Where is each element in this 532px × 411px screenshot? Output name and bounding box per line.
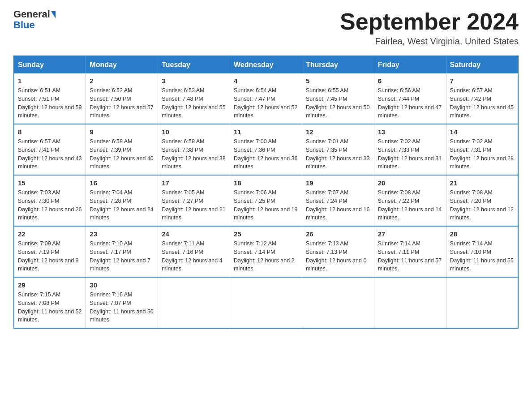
day-number: 9 xyxy=(90,128,154,136)
day-number: 20 xyxy=(378,179,442,187)
day-info: Sunrise: 7:01 AMSunset: 7:35 PMDaylight:… xyxy=(306,137,370,171)
col-header-tuesday: Tuesday xyxy=(158,56,230,73)
col-header-friday: Friday xyxy=(374,56,446,73)
calendar-cell: 22Sunrise: 7:09 AMSunset: 7:19 PMDayligh… xyxy=(14,226,86,277)
calendar-cell: 29Sunrise: 7:15 AMSunset: 7:08 PMDayligh… xyxy=(14,277,86,328)
calendar-cell xyxy=(302,277,374,328)
day-number: 10 xyxy=(162,128,226,136)
day-info: Sunrise: 6:53 AMSunset: 7:48 PMDaylight:… xyxy=(162,86,226,120)
day-number: 11 xyxy=(234,128,298,136)
calendar-cell: 18Sunrise: 7:06 AMSunset: 7:25 PMDayligh… xyxy=(230,175,302,226)
day-number: 1 xyxy=(18,77,82,85)
location-subtitle: Fairlea, West Virginia, United States xyxy=(340,36,519,47)
calendar-cell: 20Sunrise: 7:08 AMSunset: 7:22 PMDayligh… xyxy=(374,175,446,226)
calendar-cell: 2Sunrise: 6:52 AMSunset: 7:50 PMDaylight… xyxy=(86,73,158,124)
day-number: 3 xyxy=(162,77,226,85)
calendar-table: SundayMondayTuesdayWednesdayThursdayFrid… xyxy=(13,56,519,329)
calendar-cell: 13Sunrise: 7:02 AMSunset: 7:33 PMDayligh… xyxy=(374,124,446,175)
day-info: Sunrise: 7:00 AMSunset: 7:36 PMDaylight:… xyxy=(234,137,298,171)
day-info: Sunrise: 6:57 AMSunset: 7:41 PMDaylight:… xyxy=(18,137,82,171)
calendar-week-row: 1Sunrise: 6:51 AMSunset: 7:51 PMDaylight… xyxy=(14,73,518,124)
calendar-cell: 23Sunrise: 7:10 AMSunset: 7:17 PMDayligh… xyxy=(86,226,158,277)
day-info: Sunrise: 6:52 AMSunset: 7:50 PMDaylight:… xyxy=(90,86,154,120)
calendar-cell: 16Sunrise: 7:04 AMSunset: 7:28 PMDayligh… xyxy=(86,175,158,226)
calendar-cell: 24Sunrise: 7:11 AMSunset: 7:16 PMDayligh… xyxy=(158,226,230,277)
calendar-week-row: 22Sunrise: 7:09 AMSunset: 7:19 PMDayligh… xyxy=(14,226,518,277)
month-title: September 2024 xyxy=(340,9,519,34)
calendar-week-row: 29Sunrise: 7:15 AMSunset: 7:08 PMDayligh… xyxy=(14,277,518,328)
day-number: 27 xyxy=(378,230,442,238)
day-number: 22 xyxy=(18,230,82,238)
day-number: 25 xyxy=(234,230,298,238)
logo-text: GeneralBlue xyxy=(13,9,56,30)
day-info: Sunrise: 6:58 AMSunset: 7:39 PMDaylight:… xyxy=(90,137,154,171)
day-info: Sunrise: 6:54 AMSunset: 7:47 PMDaylight:… xyxy=(234,86,298,120)
day-number: 17 xyxy=(162,179,226,187)
calendar-cell: 25Sunrise: 7:12 AMSunset: 7:14 PMDayligh… xyxy=(230,226,302,277)
day-number: 15 xyxy=(18,179,82,187)
calendar-cell: 27Sunrise: 7:14 AMSunset: 7:11 PMDayligh… xyxy=(374,226,446,277)
calendar-header-row: SundayMondayTuesdayWednesdayThursdayFrid… xyxy=(14,56,518,73)
calendar-cell: 14Sunrise: 7:02 AMSunset: 7:31 PMDayligh… xyxy=(446,124,518,175)
day-number: 19 xyxy=(306,179,370,187)
calendar-cell xyxy=(374,277,446,328)
logo: GeneralBlue xyxy=(13,9,56,30)
day-info: Sunrise: 7:11 AMSunset: 7:16 PMDaylight:… xyxy=(162,240,226,273)
day-number: 24 xyxy=(162,230,226,238)
day-info: Sunrise: 6:56 AMSunset: 7:44 PMDaylight:… xyxy=(378,86,442,120)
day-number: 26 xyxy=(306,230,370,238)
calendar-cell: 28Sunrise: 7:14 AMSunset: 7:10 PMDayligh… xyxy=(446,226,518,277)
day-number: 29 xyxy=(18,281,82,289)
calendar-cell: 9Sunrise: 6:58 AMSunset: 7:39 PMDaylight… xyxy=(86,124,158,175)
day-number: 8 xyxy=(18,128,82,136)
day-number: 6 xyxy=(378,77,442,85)
day-info: Sunrise: 7:03 AMSunset: 7:30 PMDaylight:… xyxy=(18,188,82,222)
col-header-saturday: Saturday xyxy=(446,56,518,73)
day-info: Sunrise: 7:08 AMSunset: 7:22 PMDaylight:… xyxy=(378,188,442,222)
calendar-cell xyxy=(446,277,518,328)
calendar-cell: 4Sunrise: 6:54 AMSunset: 7:47 PMDaylight… xyxy=(230,73,302,124)
day-number: 12 xyxy=(306,128,370,136)
day-info: Sunrise: 7:15 AMSunset: 7:08 PMDaylight:… xyxy=(18,291,82,324)
day-number: 4 xyxy=(234,77,298,85)
logo-triangle-icon xyxy=(51,11,56,18)
day-number: 14 xyxy=(450,128,514,136)
day-number: 5 xyxy=(306,77,370,85)
col-header-thursday: Thursday xyxy=(302,56,374,73)
day-info: Sunrise: 7:05 AMSunset: 7:27 PMDaylight:… xyxy=(162,188,226,222)
day-info: Sunrise: 7:07 AMSunset: 7:24 PMDaylight:… xyxy=(306,188,370,222)
calendar-cell: 7Sunrise: 6:57 AMSunset: 7:42 PMDaylight… xyxy=(446,73,518,124)
calendar-cell: 11Sunrise: 7:00 AMSunset: 7:36 PMDayligh… xyxy=(230,124,302,175)
day-info: Sunrise: 6:51 AMSunset: 7:51 PMDaylight:… xyxy=(18,86,82,120)
day-number: 28 xyxy=(450,230,514,238)
calendar-cell: 15Sunrise: 7:03 AMSunset: 7:30 PMDayligh… xyxy=(14,175,86,226)
day-info: Sunrise: 7:14 AMSunset: 7:11 PMDaylight:… xyxy=(378,240,442,273)
day-info: Sunrise: 7:02 AMSunset: 7:31 PMDaylight:… xyxy=(450,137,514,171)
day-info: Sunrise: 7:04 AMSunset: 7:28 PMDaylight:… xyxy=(90,188,154,222)
col-header-sunday: Sunday xyxy=(14,56,86,73)
calendar-cell: 8Sunrise: 6:57 AMSunset: 7:41 PMDaylight… xyxy=(14,124,86,175)
calendar-cell xyxy=(230,277,302,328)
day-number: 13 xyxy=(378,128,442,136)
calendar-week-row: 15Sunrise: 7:03 AMSunset: 7:30 PMDayligh… xyxy=(14,175,518,226)
logo-blue: Blue xyxy=(13,19,35,30)
day-info: Sunrise: 7:14 AMSunset: 7:10 PMDaylight:… xyxy=(450,240,514,273)
day-info: Sunrise: 7:16 AMSunset: 7:07 PMDaylight:… xyxy=(90,291,154,324)
day-info: Sunrise: 7:02 AMSunset: 7:33 PMDaylight:… xyxy=(378,137,442,171)
calendar-cell: 12Sunrise: 7:01 AMSunset: 7:35 PMDayligh… xyxy=(302,124,374,175)
calendar-cell: 17Sunrise: 7:05 AMSunset: 7:27 PMDayligh… xyxy=(158,175,230,226)
day-info: Sunrise: 7:12 AMSunset: 7:14 PMDaylight:… xyxy=(234,240,298,273)
day-info: Sunrise: 6:57 AMSunset: 7:42 PMDaylight:… xyxy=(450,86,514,120)
calendar-cell xyxy=(158,277,230,328)
title-area: September 2024 Fairlea, West Virginia, U… xyxy=(340,9,519,47)
day-number: 2 xyxy=(90,77,154,85)
calendar-cell: 5Sunrise: 6:55 AMSunset: 7:45 PMDaylight… xyxy=(302,73,374,124)
calendar-cell: 26Sunrise: 7:13 AMSunset: 7:13 PMDayligh… xyxy=(302,226,374,277)
day-number: 21 xyxy=(450,179,514,187)
calendar-cell: 10Sunrise: 6:59 AMSunset: 7:38 PMDayligh… xyxy=(158,124,230,175)
col-header-wednesday: Wednesday xyxy=(230,56,302,73)
day-info: Sunrise: 7:10 AMSunset: 7:17 PMDaylight:… xyxy=(90,240,154,273)
day-number: 7 xyxy=(450,77,514,85)
day-info: Sunrise: 7:06 AMSunset: 7:25 PMDaylight:… xyxy=(234,188,298,222)
calendar-cell: 3Sunrise: 6:53 AMSunset: 7:48 PMDaylight… xyxy=(158,73,230,124)
